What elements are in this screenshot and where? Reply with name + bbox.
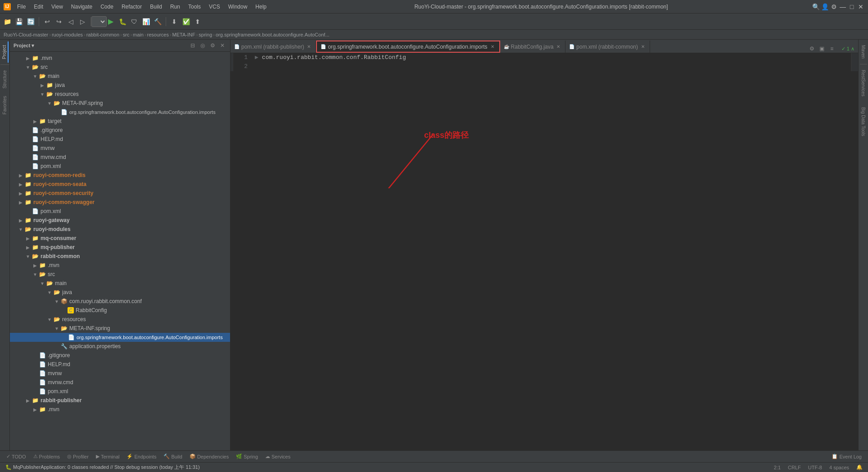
code-lines[interactable]: ▶ com.ruoyi.rabbit.common.conf.RabbitCon…	[251, 53, 851, 71]
vcs-update-btn[interactable]: ⬇	[169, 16, 180, 27]
tool-build[interactable]: 🔨 Build	[161, 453, 185, 460]
menu-refactor[interactable]: Refactor	[118, 3, 145, 11]
menu-help[interactable]: Help	[252, 3, 270, 11]
tree-item-java-rc[interactable]: ▼ 📂 java	[10, 288, 230, 297]
settings-icon[interactable]: ⚙	[830, 3, 837, 10]
status-debug-session[interactable]: 🐛 MqPublisherApplication: 0 classes relo…	[4, 464, 202, 471]
tree-item-metainf-rc[interactable]: ▼ 📂 META-INF.spring	[10, 324, 230, 333]
undo-btn[interactable]: ↩	[42, 16, 53, 27]
right-bigdatatools-tab[interactable]: Big Data Tools	[860, 104, 867, 140]
tree-item-rabbit-common[interactable]: ▼ 📂 rabbit-common	[10, 252, 230, 261]
file-tree-content[interactable]: ▶ 📁 .mvn ▼ 📂 src ▼ 📂 main	[10, 52, 230, 450]
tool-services[interactable]: ☁ Services	[262, 453, 293, 460]
tree-item-src-rc[interactable]: ▼ 📂 src	[10, 270, 230, 279]
breadcrumb-item-8[interactable]: org.springframework.boot.autoconfigure.A…	[216, 32, 330, 37]
tab-close-all-btn[interactable]: ≡	[828, 45, 836, 53]
status-notifications[interactable]: 🔔	[854, 464, 864, 470]
vcs-push-btn[interactable]: ⬆	[192, 16, 203, 27]
menu-navigate[interactable]: Navigate	[68, 3, 96, 11]
tree-item-swagger[interactable]: ▶ 📁 ruoyi-common-swagger	[10, 198, 230, 207]
tab-pom-common[interactable]: 📄 pom.xml (rabbit-common) ✕	[565, 41, 650, 53]
activity-favorites[interactable]: Favorites	[1, 92, 8, 118]
tool-todo[interactable]: ✓ TODO	[4, 453, 29, 460]
tree-item-java-top[interactable]: ▶ 📁 java	[10, 81, 230, 90]
save-all-btn[interactable]: 💾	[14, 16, 24, 27]
tree-item-modules[interactable]: ▼ 📂 ruoyi-modules	[10, 225, 230, 234]
tree-item-help-top[interactable]: ▶ 📄 HELP.md	[10, 135, 230, 144]
tree-item-mq-publisher[interactable]: ▶ 📁 mq-publisher	[10, 243, 230, 252]
tree-item-conf-pkg[interactable]: ▼ 📦 com.ruoyi.rabbit.common.conf	[10, 297, 230, 306]
tool-terminal[interactable]: ▶ Terminal	[93, 453, 122, 460]
tree-item-metainf-top[interactable]: ▼ 📂 META-INF.spring	[10, 99, 230, 108]
open-file-btn[interactable]: 📁	[2, 16, 13, 27]
tree-item-app-props[interactable]: ▶ 🔧 application.properties	[10, 342, 230, 351]
status-charset[interactable]: UTF-8	[806, 465, 824, 470]
menu-bar[interactable]: File Edit View Navigate Code Refactor Bu…	[14, 3, 270, 11]
breadcrumb-item-4[interactable]: main	[133, 32, 144, 37]
tree-item-help-rc[interactable]: ▶ 📄 HELP.md	[10, 360, 230, 369]
window-controls[interactable]: 🔍 👤 ⚙ — □ ✕	[812, 3, 864, 10]
menu-edit[interactable]: Edit	[30, 3, 47, 11]
breadcrumb-item-2[interactable]: rabbit-common	[86, 32, 119, 37]
tree-item-imports-top[interactable]: ▶ 📄 org.springframework.boot.autoconfigu…	[10, 108, 230, 117]
synchronize-btn[interactable]: 🔄	[25, 16, 36, 27]
menu-run[interactable]: Run	[167, 3, 184, 11]
tool-spring[interactable]: 🌿 Spring	[233, 453, 261, 460]
tree-item-mvnw-rc[interactable]: ▶ 📄 mvnw	[10, 369, 230, 378]
tab-close-4[interactable]: ✕	[640, 44, 646, 50]
tree-item-target[interactable]: ▶ 📁 target	[10, 117, 230, 126]
menu-file[interactable]: File	[14, 3, 29, 11]
tree-settings-btn[interactable]: ⚙	[208, 41, 217, 50]
tree-item-gateway[interactable]: ▶ 📁 ruoyi-gateway	[10, 216, 230, 225]
tree-item-rabbit-publisher[interactable]: ▶ 📁 rabbit-publisher	[10, 396, 230, 405]
vcs-commit-btn[interactable]: ✅	[181, 16, 191, 27]
tree-item-main-top[interactable]: ▼ 📂 main	[10, 72, 230, 81]
tree-item-mvnw-top[interactable]: ▶ 📄 mvnw	[10, 144, 230, 153]
tree-item-main-rc[interactable]: ▼ 📂 main	[10, 279, 230, 288]
tree-item-imports-rc[interactable]: ▶ 📄 org.springframework.boot.autoconfigu…	[10, 333, 230, 342]
tab-close-2[interactable]: ✕	[489, 44, 496, 50]
tool-event-log[interactable]: 📋 Event Log	[829, 453, 864, 460]
coverage-btn[interactable]: 🛡	[129, 16, 140, 27]
tree-item-mq-consumer[interactable]: ▶ 📁 mq-consumer	[10, 234, 230, 243]
breadcrumb-item-3[interactable]: src	[123, 32, 130, 37]
tool-dependencies[interactable]: 📦 Dependencies	[187, 453, 231, 460]
run-btn[interactable]: ▶	[105, 16, 116, 27]
status-crlf[interactable]: CRLF	[786, 465, 803, 470]
tool-endpoints[interactable]: ⚡ Endpoints	[124, 453, 159, 460]
menu-window[interactable]: Window	[225, 3, 251, 11]
right-restservices-tab[interactable]: RestServices	[860, 66, 867, 100]
tree-item-mvn-rc[interactable]: ▶ 📁 .mvn	[10, 261, 230, 270]
tree-item-gitignore-rc[interactable]: ▶ 📄 .gitignore	[10, 351, 230, 360]
run-config-select[interactable]: MqConsumerApplication	[91, 16, 107, 27]
breadcrumb-item-7[interactable]: spring	[199, 32, 212, 37]
profile-btn[interactable]: 📊	[140, 16, 151, 27]
build-project-btn[interactable]: 🔨	[152, 16, 163, 27]
redo-btn[interactable]: ↪	[54, 16, 64, 27]
menu-build[interactable]: Build	[146, 3, 166, 11]
tree-item-res-rc[interactable]: ▼ 📂 resources	[10, 315, 230, 324]
debug-btn[interactable]: 🐛	[117, 16, 128, 27]
tree-item-mvnwcmd-rc[interactable]: ▶ 📄 mvnw.cmd	[10, 378, 230, 387]
breadcrumb-item-1[interactable]: ruoyi-modules	[52, 32, 83, 37]
tree-item-mvnwcmd-top[interactable]: ▶ 📄 mvnw.cmd	[10, 153, 230, 162]
maximize-btn[interactable]: □	[848, 3, 855, 10]
tree-item-resources-top[interactable]: ▼ 📂 resources	[10, 90, 230, 99]
tab-pom-publisher[interactable]: 📄 pom.xml (rabbit-publisher) ✕	[231, 41, 316, 53]
tab-close-3[interactable]: ✕	[555, 44, 561, 50]
tree-item-mvn-rp[interactable]: ▶ 📁 .mvn	[10, 405, 230, 414]
tab-layout-btn[interactable]: ▣	[818, 45, 826, 53]
tree-item-gitignore-top[interactable]: ▶ 📄 .gitignore	[10, 126, 230, 135]
status-indent[interactable]: 4 spaces	[827, 465, 851, 470]
tree-item-security[interactable]: ▶ 📁 ruoyi-common-security	[10, 189, 230, 198]
tab-autoconfiguration[interactable]: 📄 org.springframework.boot.autoconfigure…	[316, 41, 500, 53]
navigate-forward-btn[interactable]: ▷	[77, 16, 88, 27]
tree-item-pom-top[interactable]: ▶ 📄 pom.xml	[10, 162, 230, 171]
code-editor[interactable]: 1 2 ▶ com.ruoyi.rabbit.common.conf.Rabbi…	[231, 53, 858, 450]
tree-item-pom-swagger[interactable]: ▶ 📄 pom.xml	[10, 207, 230, 216]
tool-profiler[interactable]: ◎ Profiler	[64, 453, 91, 460]
menu-vcs[interactable]: VCS	[205, 3, 224, 11]
menu-view[interactable]: View	[48, 3, 67, 11]
tree-item-mvn-top[interactable]: ▶ 📁 .mvn	[10, 54, 230, 63]
close-btn[interactable]: ✕	[857, 3, 864, 10]
